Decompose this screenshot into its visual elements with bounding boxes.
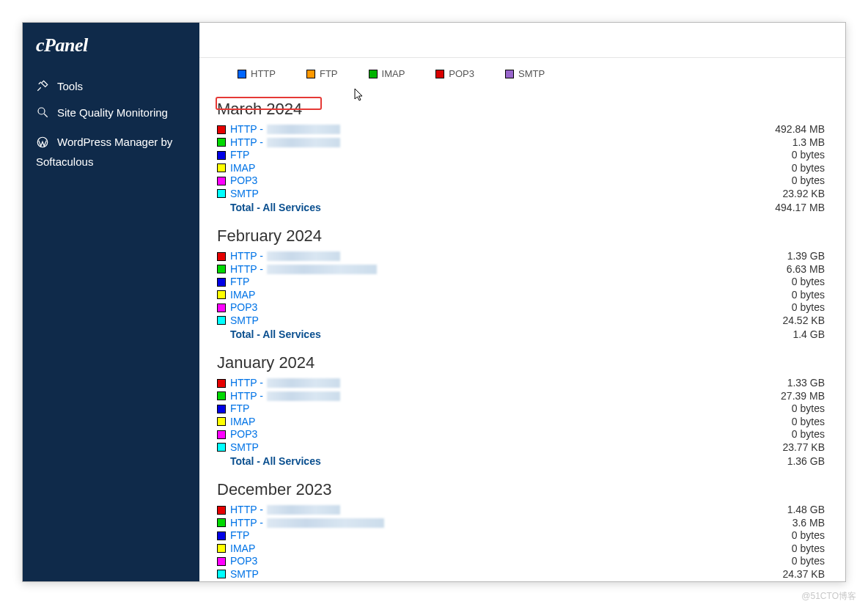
redacted-text: [267, 518, 384, 528]
service-value: 0 bytes: [792, 276, 825, 289]
total-value: 1.4 GB: [792, 328, 825, 340]
service-link[interactable]: HTTP -: [230, 250, 263, 263]
service-link[interactable]: POP3: [230, 174, 257, 188]
service-swatch: [217, 252, 226, 261]
service-swatch: [217, 570, 226, 578]
service-link[interactable]: HTTP -: [230, 263, 263, 276]
redacted-text: [267, 505, 340, 515]
service-link[interactable]: HTTP -: [230, 517, 263, 530]
service-value: 6.63 MB: [787, 263, 825, 276]
service-swatch: [217, 531, 226, 540]
legend-label: SMTP: [518, 68, 545, 79]
watermark: @51CTO博客: [801, 590, 856, 603]
service-link[interactable]: HTTP -: [230, 390, 263, 403]
service-row: SMTP24.52 KB: [217, 314, 825, 328]
service-swatch: [217, 430, 226, 439]
service-swatch: [217, 265, 226, 273]
main-content: HTTPFTPIMAPPOP3SMTP March 2024HTTP -492.…: [199, 23, 845, 581]
service-link[interactable]: HTTP -: [230, 377, 263, 390]
legend-swatch: [369, 70, 378, 78]
legend-swatch: [306, 70, 315, 78]
service-row: FTP0 bytes: [217, 529, 825, 542]
legend-swatch: [238, 70, 246, 78]
legend-label: IMAP: [382, 68, 405, 79]
month-block: March 2024HTTP -492.84 MBHTTP -1.3 MBFTP…: [217, 100, 825, 216]
service-link[interactable]: IMAP: [230, 416, 255, 429]
service-row: POP30 bytes: [217, 174, 825, 188]
service-row: HTTP -3.6 MB: [217, 517, 825, 530]
service-row: SMTP23.77 KB: [217, 441, 825, 455]
service-link[interactable]: HTTP -: [230, 504, 263, 517]
service-row: FTP0 bytes: [217, 276, 825, 289]
legend-swatch: [435, 70, 444, 78]
service-swatch: [217, 316, 226, 325]
service-link[interactable]: POP3: [230, 301, 257, 314]
service-swatch: [217, 506, 226, 515]
service-link[interactable]: SMTP: [230, 568, 259, 581]
service-swatch: [217, 544, 226, 553]
service-link[interactable]: POP3: [230, 555, 257, 568]
sidebar-item-label-2: Softaculous: [36, 155, 93, 168]
tools-icon: [36, 79, 49, 92]
sidebar-item-label: Site Quality Monitoring: [57, 106, 168, 119]
service-link[interactable]: IMAP: [230, 542, 255, 556]
service-link[interactable]: FTP: [230, 529, 249, 542]
service-swatch: [217, 151, 226, 160]
redacted-text: [267, 391, 340, 401]
total-row: Total - All Services494.17 MB: [217, 202, 825, 216]
sidebar: cPanel Tools Site Quality Monitoring Wor…: [23, 23, 199, 581]
service-row: HTTP -6.63 MB: [217, 263, 825, 276]
redacted-text: [267, 125, 340, 134]
service-link[interactable]: IMAP: [230, 162, 255, 175]
redacted-text: [267, 265, 377, 274]
service-swatch: [217, 138, 226, 147]
sidebar-item-site-quality[interactable]: Site Quality Monitoring: [23, 99, 199, 125]
service-row: HTTP -1.33 GB: [217, 377, 825, 390]
legend-label: POP3: [449, 68, 474, 79]
legend-item-http: HTTP: [238, 68, 276, 79]
service-value: 0 bytes: [792, 416, 825, 429]
service-row: HTTP -1.3 MB: [217, 136, 825, 150]
sidebar-item-wordpress[interactable]: WordPress Manager by Softaculous: [23, 125, 199, 178]
bandwidth-legend: HTTPFTPIMAPPOP3SMTP: [217, 58, 825, 89]
service-row: IMAP0 bytes: [217, 542, 825, 556]
topbar: [199, 23, 845, 58]
service-value: 0 bytes: [792, 402, 825, 416]
service-value: 27.39 MB: [781, 390, 825, 403]
service-link[interactable]: IMAP: [230, 289, 255, 302]
service-value: 1.39 GB: [787, 250, 825, 263]
service-link[interactable]: FTP: [230, 276, 249, 289]
service-row: POP30 bytes: [217, 301, 825, 314]
legend-label: HTTP: [251, 68, 276, 79]
service-swatch: [217, 405, 226, 413]
service-link[interactable]: SMTP: [230, 314, 259, 328]
service-value: 23.92 KB: [782, 188, 825, 201]
magnifier-icon: [36, 106, 49, 119]
total-value: 494.17 MB: [775, 202, 825, 213]
service-value: 24.52 KB: [782, 314, 825, 328]
sidebar-item-tools[interactable]: Tools: [23, 73, 199, 99]
service-value: 0 bytes: [792, 162, 825, 175]
service-row: HTTP -27.39 MB: [217, 390, 825, 403]
month-block: December 2023HTTP -1.48 GBHTTP -3.6 MBFT…: [217, 480, 825, 581]
total-label: Total - All Services: [230, 328, 321, 340]
service-link[interactable]: POP3: [230, 428, 257, 441]
service-link[interactable]: FTP: [230, 149, 249, 162]
wordpress-icon: [36, 136, 49, 149]
service-row: HTTP -492.84 MB: [217, 123, 825, 136]
redacted-text: [267, 378, 340, 388]
month-block: February 2024HTTP -1.39 GBHTTP -6.63 MBF…: [217, 227, 825, 343]
service-link[interactable]: HTTP -: [230, 136, 263, 150]
service-value: 0 bytes: [792, 174, 825, 188]
service-value: 492.84 MB: [775, 123, 825, 136]
legend-item-smtp: SMTP: [505, 68, 545, 79]
service-row: HTTP -1.39 GB: [217, 250, 825, 263]
service-link[interactable]: SMTP: [230, 441, 259, 455]
month-title: December 2023: [217, 480, 825, 499]
service-link[interactable]: FTP: [230, 402, 249, 416]
service-link[interactable]: HTTP -: [230, 123, 263, 136]
service-value: 0 bytes: [792, 301, 825, 314]
service-value: 0 bytes: [792, 428, 825, 441]
service-row: FTP0 bytes: [217, 149, 825, 162]
service-link[interactable]: SMTP: [230, 188, 259, 201]
